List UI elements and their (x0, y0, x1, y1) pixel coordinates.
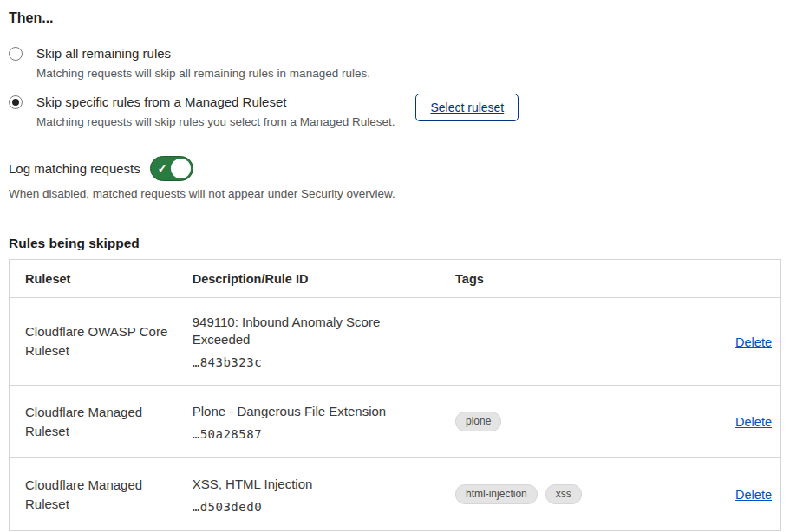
table-header-row: Ruleset Description/Rule ID Tags (10, 260, 781, 298)
option-skip-specific-description: Matching requests will skip rules you se… (36, 114, 395, 130)
check-icon: ✓ (158, 163, 167, 174)
rule-description: XSS, HTML Injection (193, 476, 431, 493)
column-header-ruleset: Ruleset (10, 260, 177, 298)
rule-description: Plone - Dangerous File Extension (193, 403, 431, 420)
log-toggle-description: When disabled, matched requests will not… (9, 187, 781, 200)
rule-id: …50a28587 (193, 427, 431, 441)
tag-badge: plone (455, 412, 501, 431)
tag-badge: xss (545, 484, 582, 504)
log-matching-requests-label: Log matching requests (9, 161, 140, 176)
rules-being-skipped-table: Ruleset Description/Rule ID Tags Cloudfl… (9, 259, 781, 531)
toggle-knob (171, 159, 191, 178)
delete-rule-link[interactable]: Delete (735, 415, 772, 429)
rules-being-skipped-title: Rules being skipped (9, 236, 781, 251)
rule-id: …d503ded0 (193, 500, 431, 514)
waf-rule-action-panel: Then... Skip all remaining rules Matchin… (0, 0, 790, 531)
ruleset-name: Cloudflare OWASP Core Ruleset (25, 322, 168, 360)
tags-cell: html-injection xss (455, 484, 633, 504)
table-row: Cloudflare Managed Ruleset Plone - Dange… (10, 386, 781, 458)
tags-cell: plone (455, 412, 633, 431)
tag-badge: html-injection (455, 484, 538, 504)
rule-id: …843b323c (193, 355, 431, 369)
ruleset-name: Cloudflare Managed Ruleset (25, 476, 168, 514)
delete-rule-link[interactable]: Delete (735, 335, 772, 349)
table-row: Cloudflare Managed Ruleset XSS, HTML Inj… (10, 458, 781, 531)
column-header-description: Description/Rule ID (177, 260, 440, 298)
ruleset-name: Cloudflare Managed Ruleset (25, 403, 168, 441)
option-skip-all-label[interactable]: Skip all remaining rules (36, 44, 370, 63)
option-skip-all-description: Matching requests will skip all remainin… (36, 66, 370, 81)
delete-rule-link[interactable]: Delete (735, 488, 772, 502)
column-header-actions (642, 260, 780, 298)
column-header-tags: Tags (440, 260, 642, 298)
select-ruleset-button[interactable]: Select ruleset (415, 94, 519, 121)
option-skip-specific-label[interactable]: Skip specific rules from a Managed Rules… (36, 93, 395, 112)
log-matching-requests-toggle[interactable]: ✓ (150, 156, 193, 181)
option-skip-specific-rules: Skip specific rules from a Managed Rules… (9, 93, 781, 130)
radio-skip-specific-rules[interactable] (9, 95, 23, 109)
log-matching-requests-row: Log matching requests ✓ (9, 156, 781, 181)
table-row: Cloudflare OWASP Core Ruleset 949110: In… (10, 298, 781, 386)
rule-description: 949110: Inbound Anomaly Score Exceeded (193, 314, 431, 348)
option-skip-all-rules: Skip all remaining rules Matching reques… (9, 44, 781, 81)
then-section-title: Then... (9, 10, 781, 26)
radio-skip-all-rules[interactable] (9, 47, 23, 61)
